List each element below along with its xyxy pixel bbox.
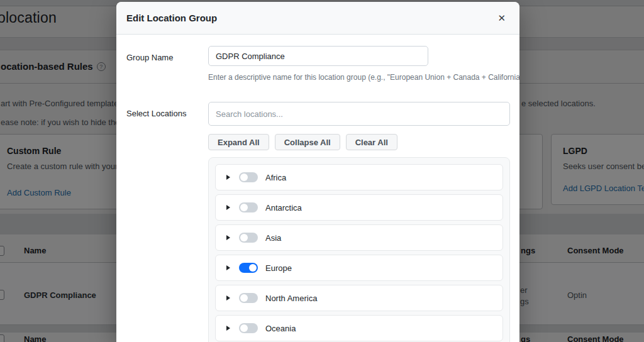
location-toggle[interactable] <box>239 293 258 303</box>
toggle-knob <box>240 294 248 302</box>
clear-all-button[interactable]: Clear All <box>346 134 397 150</box>
expand-caret-icon[interactable] <box>226 265 230 270</box>
modal-header: Edit Location Group ✕ <box>116 2 519 35</box>
expand-caret-icon[interactable] <box>226 326 230 331</box>
expand-caret-icon[interactable] <box>226 205 230 210</box>
list-item[interactable]: North America <box>215 285 503 311</box>
list-item[interactable]: Oceania <box>215 315 503 341</box>
list-actions: Expand All Collapse All Clear All <box>208 134 397 150</box>
expand-caret-icon[interactable] <box>226 175 230 180</box>
select-locations-label: Select Locations <box>126 109 186 118</box>
expand-all-button[interactable]: Expand All <box>208 134 269 150</box>
toggle-knob <box>240 234 248 241</box>
search-locations-input[interactable] <box>208 102 510 126</box>
location-toggle[interactable] <box>239 202 258 212</box>
location-name: Oceania <box>265 324 296 333</box>
expand-caret-icon[interactable] <box>226 295 230 301</box>
group-name-input[interactable] <box>208 46 428 66</box>
location-name: Europe <box>265 263 292 273</box>
expand-caret-icon[interactable] <box>226 235 230 240</box>
location-toggle[interactable] <box>239 323 258 333</box>
list-item[interactable]: Antarctica <box>215 194 503 221</box>
toggle-knob <box>240 204 248 211</box>
location-name: Asia <box>265 233 281 243</box>
screen: olocation ocation-based Rules ? art with… <box>0 0 644 342</box>
locations-list: Africa Antarctica Asia Europe North Amer <box>208 157 510 342</box>
location-name: Africa <box>265 173 286 182</box>
modal-title: Edit Location Group <box>126 13 217 23</box>
toggle-knob <box>240 174 248 181</box>
group-name-label: Group Name <box>126 53 173 62</box>
close-icon[interactable]: ✕ <box>497 13 506 23</box>
location-toggle[interactable] <box>239 263 258 273</box>
collapse-all-button[interactable]: Collapse All <box>275 134 340 150</box>
group-name-helper: Enter a descriptive name for this locati… <box>208 73 519 82</box>
list-item[interactable]: Asia <box>215 224 503 251</box>
location-toggle[interactable] <box>239 172 258 182</box>
location-name: Antarctica <box>265 203 302 212</box>
list-item[interactable]: Africa <box>215 164 503 190</box>
list-item[interactable]: Europe <box>215 255 503 281</box>
location-toggle[interactable] <box>239 233 258 243</box>
toggle-knob <box>240 324 248 332</box>
edit-location-group-modal: Edit Location Group ✕ Group Name Enter a… <box>116 2 519 342</box>
toggle-knob <box>249 264 257 272</box>
location-name: North America <box>265 294 317 303</box>
